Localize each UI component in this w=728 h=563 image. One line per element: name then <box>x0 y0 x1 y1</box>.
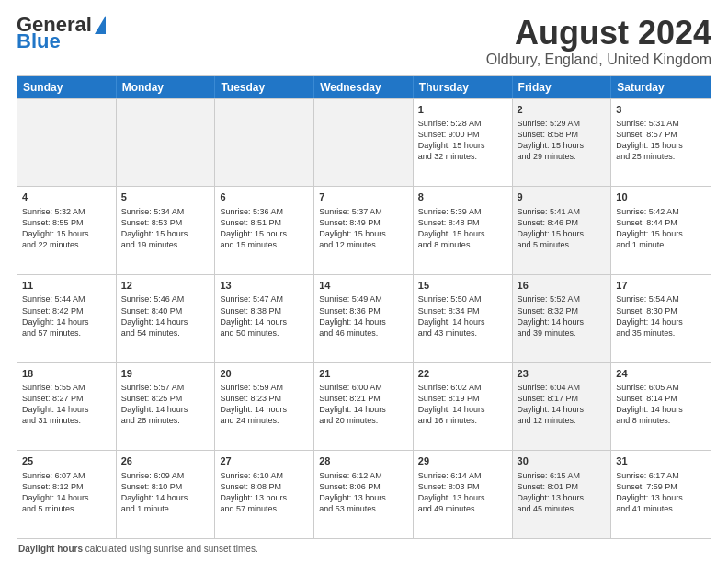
day-info-line: Sunrise: 5:31 AM <box>616 118 706 129</box>
day-info-line: Sunset: 8:27 PM <box>22 393 111 404</box>
day-info-line: Daylight: 14 hours <box>220 316 309 327</box>
day-info-line: Sunset: 7:59 PM <box>616 481 706 492</box>
day-info-line: and 1 minute. <box>121 503 210 514</box>
day-info-line: Sunset: 9:00 PM <box>418 129 507 140</box>
day-info-line: Sunrise: 5:36 AM <box>220 206 309 217</box>
calendar-cell-24: 24Sunrise: 6:05 AMSunset: 8:14 PMDayligh… <box>611 363 711 451</box>
calendar-cell-11: 11Sunrise: 5:44 AMSunset: 8:42 PMDayligh… <box>17 275 117 362</box>
day-info-line: and 41 minutes. <box>616 503 706 514</box>
day-info-line: Daylight: 15 hours <box>616 228 706 239</box>
day-info-line: Sunset: 8:10 PM <box>121 481 210 492</box>
day-info-line: and 15 minutes. <box>220 239 309 250</box>
calendar-cell-12: 12Sunrise: 5:46 AMSunset: 8:40 PMDayligh… <box>117 275 216 362</box>
day-number: 30 <box>518 454 607 468</box>
day-number: 1 <box>418 103 507 117</box>
calendar-week-5: 25Sunrise: 6:07 AMSunset: 8:12 PMDayligh… <box>17 450 711 538</box>
day-info-line: and 57 minutes. <box>22 327 111 339</box>
day-info-line: Sunrise: 5:29 AM <box>518 118 607 129</box>
calendar-cell-14: 14Sunrise: 5:49 AMSunset: 8:36 PMDayligh… <box>314 275 414 362</box>
day-info-line: Sunset: 8:08 PM <box>220 481 309 492</box>
day-info-line: and 32 minutes. <box>418 151 507 162</box>
calendar-cell-23: 23Sunrise: 6:04 AMSunset: 8:17 PMDayligh… <box>513 363 612 451</box>
day-info-line: Sunset: 8:57 PM <box>616 129 706 140</box>
day-info-line: and 5 minutes. <box>22 503 111 514</box>
day-info-line: Sunset: 8:38 PM <box>220 305 309 316</box>
page-subtitle: Oldbury, England, United Kingdom <box>486 52 711 68</box>
calendar-cell-30: 30Sunrise: 6:15 AMSunset: 8:01 PMDayligh… <box>513 451 612 538</box>
day-info-line: Daylight: 15 hours <box>22 228 111 239</box>
day-info-line: Sunrise: 6:09 AM <box>121 470 210 481</box>
page-title: August 2024 <box>486 15 711 52</box>
day-number: 27 <box>220 454 309 468</box>
calendar-cell-9: 9Sunrise: 5:41 AMSunset: 8:46 PMDaylight… <box>513 187 612 274</box>
day-info-line: Daylight: 14 hours <box>518 404 607 415</box>
day-number: 22 <box>418 367 507 381</box>
day-number: 24 <box>616 367 706 381</box>
day-info-line: Daylight: 14 hours <box>319 316 408 327</box>
day-info-line: and 46 minutes. <box>319 327 408 339</box>
day-info-line: Sunrise: 6:00 AM <box>319 382 408 393</box>
calendar-cell-13: 13Sunrise: 5:47 AMSunset: 8:38 PMDayligh… <box>215 275 314 362</box>
day-number: 11 <box>22 279 111 293</box>
day-number: 20 <box>220 367 309 381</box>
calendar-cell-8: 8Sunrise: 5:39 AMSunset: 8:48 PMDaylight… <box>414 187 513 274</box>
calendar-cell-31: 31Sunrise: 6:17 AMSunset: 7:59 PMDayligh… <box>611 451 711 538</box>
day-info-line: Sunrise: 5:42 AM <box>616 206 706 217</box>
day-info-line: Daylight: 14 hours <box>418 316 507 327</box>
day-info-line: Daylight: 14 hours <box>319 404 408 415</box>
calendar-cell-2: 2Sunrise: 5:29 AMSunset: 8:58 PMDaylight… <box>513 99 612 187</box>
calendar-cell-21: 21Sunrise: 6:00 AMSunset: 8:21 PMDayligh… <box>314 363 414 451</box>
calendar-cell-empty <box>215 99 314 187</box>
title-block: August 2024 Oldbury, England, United Kin… <box>486 15 711 68</box>
calendar-header-saturday: Saturday <box>611 76 711 98</box>
calendar: SundayMondayTuesdayWednesdayThursdayFrid… <box>17 75 711 539</box>
day-info-line: Sunrise: 5:52 AM <box>518 293 607 304</box>
calendar-cell-1: 1Sunrise: 5:28 AMSunset: 9:00 PMDaylight… <box>414 99 513 187</box>
day-number: 12 <box>121 279 210 293</box>
calendar-cell-26: 26Sunrise: 6:09 AMSunset: 8:10 PMDayligh… <box>117 451 216 538</box>
day-info-line: Daylight: 14 hours <box>518 316 607 327</box>
calendar-header-sunday: Sunday <box>17 76 117 98</box>
day-info-line: Daylight: 15 hours <box>616 140 706 151</box>
day-info-line: Sunrise: 5:46 AM <box>121 293 210 304</box>
calendar-header-monday: Monday <box>117 76 216 98</box>
bottom-note: Daylight hours calculated using sunrise … <box>17 544 711 554</box>
day-info-line: Sunset: 8:58 PM <box>518 129 607 140</box>
day-info-line: Sunrise: 6:15 AM <box>518 470 607 481</box>
calendar-header-wednesday: Wednesday <box>314 76 414 98</box>
day-info-line: Sunset: 8:12 PM <box>22 481 111 492</box>
day-info-line: Sunrise: 6:14 AM <box>418 470 507 481</box>
calendar-cell-3: 3Sunrise: 5:31 AMSunset: 8:57 PMDaylight… <box>611 99 711 187</box>
day-info-line: Sunset: 8:23 PM <box>220 393 309 404</box>
calendar-cell-27: 27Sunrise: 6:10 AMSunset: 8:08 PMDayligh… <box>215 451 314 538</box>
logo: General Blue <box>17 15 106 52</box>
day-info-line: and 35 minutes. <box>616 327 706 339</box>
day-number: 16 <box>518 279 607 293</box>
day-info-line: and 49 minutes. <box>418 503 507 514</box>
calendar-cell-5: 5Sunrise: 5:34 AMSunset: 8:53 PMDaylight… <box>117 187 216 274</box>
day-info-line: Daylight: 14 hours <box>616 316 706 327</box>
day-info-line: Daylight: 13 hours <box>319 492 408 503</box>
calendar-cell-25: 25Sunrise: 6:07 AMSunset: 8:12 PMDayligh… <box>17 451 117 538</box>
day-info-line: and 5 minutes. <box>518 239 607 250</box>
day-info-line: Sunset: 8:25 PM <box>121 393 210 404</box>
calendar-week-3: 11Sunrise: 5:44 AMSunset: 8:42 PMDayligh… <box>17 274 711 362</box>
day-info-line: Sunset: 8:17 PM <box>518 393 607 404</box>
day-info-line: Sunrise: 6:12 AM <box>319 470 408 481</box>
day-number: 15 <box>418 279 507 293</box>
day-number: 9 <box>518 190 607 204</box>
day-info-line: Sunset: 8:55 PM <box>22 217 111 228</box>
day-info-line: and 45 minutes. <box>518 503 607 514</box>
day-info-line: Sunrise: 5:41 AM <box>518 206 607 217</box>
calendar-cell-10: 10Sunrise: 5:42 AMSunset: 8:44 PMDayligh… <box>611 187 711 274</box>
calendar-cell-29: 29Sunrise: 6:14 AMSunset: 8:03 PMDayligh… <box>414 451 513 538</box>
day-info-line: Sunrise: 5:37 AM <box>319 206 408 217</box>
day-info-line: Sunrise: 5:54 AM <box>616 293 706 304</box>
day-info-line: Sunrise: 5:55 AM <box>22 382 111 393</box>
day-number: 21 <box>319 367 408 381</box>
calendar-cell-22: 22Sunrise: 6:02 AMSunset: 8:19 PMDayligh… <box>414 363 513 451</box>
day-info-line: and 53 minutes. <box>319 503 408 514</box>
day-number: 18 <box>22 367 111 381</box>
day-number: 13 <box>220 279 309 293</box>
day-info-line: Sunrise: 5:44 AM <box>22 293 111 304</box>
